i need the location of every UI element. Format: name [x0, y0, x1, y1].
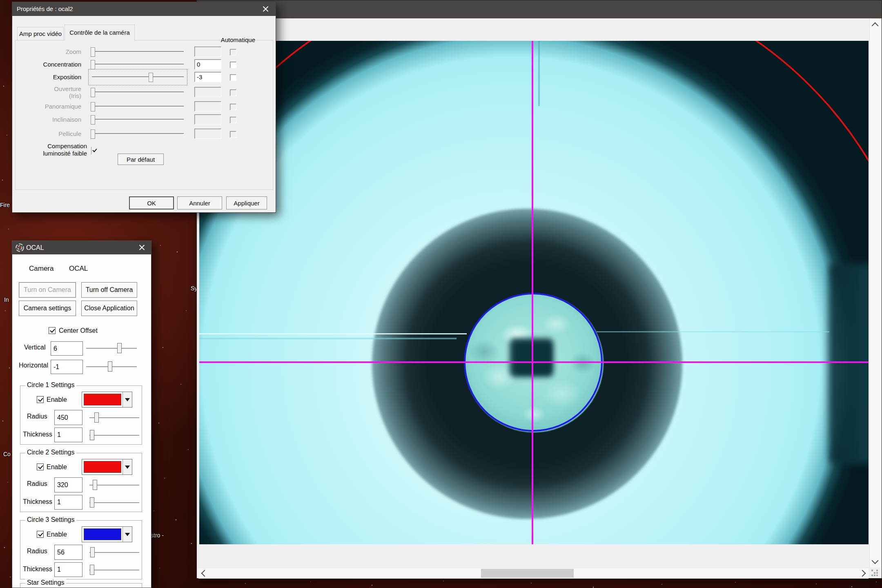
- desktop-icon-label-stro[interactable]: stro -: [151, 532, 164, 539]
- center-offset-checkbox[interactable]: [49, 327, 56, 334]
- panoramique-value-field[interactable]: [194, 101, 221, 111]
- dropdown-arrow-icon[interactable]: [122, 527, 132, 542]
- pellicule-value-field[interactable]: [194, 129, 221, 139]
- exposition-value-field[interactable]: [194, 72, 221, 82]
- turn-on-camera-button[interactable]: Turn on Camera: [19, 282, 76, 298]
- pellicule-slider[interactable]: [90, 128, 185, 140]
- vertical-slider-thumb[interactable]: [117, 343, 122, 353]
- circle-3-thickness-field[interactable]: [54, 562, 82, 577]
- ouverture-slider[interactable]: [90, 86, 185, 98]
- circle-2-radius-slider[interactable]: [89, 480, 139, 490]
- circle-2-enable-checkbox[interactable]: [37, 463, 44, 470]
- close-application-button[interactable]: Close Application: [81, 301, 137, 316]
- close-icon: [139, 245, 145, 251]
- zoom-slider[interactable]: [90, 46, 185, 58]
- circle-2-radius-field[interactable]: [54, 477, 82, 492]
- circle-3-radius-slider[interactable]: [89, 547, 139, 558]
- circle-1-color-dropdown[interactable]: [82, 392, 132, 408]
- circle-1-thickness-slider[interactable]: [89, 430, 139, 441]
- ok-button[interactable]: OK: [129, 196, 174, 209]
- automatic-column-header: Automatique: [176, 36, 255, 43]
- default-button[interactable]: Par défaut: [118, 154, 164, 165]
- circle-3-enable-checkbox[interactable]: [37, 531, 44, 538]
- circle-3-thickness-slider-thumb[interactable]: [90, 565, 94, 575]
- circle-1-radius-slider[interactable]: [89, 412, 139, 423]
- ocal-menu-camera[interactable]: Camera: [29, 265, 53, 273]
- zoom-slider-thumb[interactable]: [91, 47, 95, 57]
- panoramique-auto-checkbox[interactable]: [230, 104, 236, 110]
- horizontal-slider-thumb[interactable]: [108, 361, 112, 372]
- tab-amp-proc-video[interactable]: Amp proc vidéo: [17, 27, 64, 40]
- window-resize-grip[interactable]: [871, 570, 873, 571]
- concentration-slider[interactable]: [90, 58, 185, 71]
- vertical-offset-slider[interactable]: [86, 343, 137, 354]
- circle-2-color-dropdown[interactable]: [82, 459, 132, 475]
- circle-2-thickness-slider-thumb[interactable]: [90, 497, 94, 508]
- circle-3-radius-field[interactable]: [54, 545, 82, 560]
- zoom-value-field[interactable]: [194, 47, 221, 57]
- turn-off-camera-button[interactable]: Turn off Camera: [81, 282, 137, 298]
- vertical-offset-field[interactable]: [51, 341, 83, 356]
- ocal-titlebar[interactable]: OCAL: [12, 241, 151, 254]
- pellicule-auto-checkbox[interactable]: [230, 131, 236, 138]
- inclinaison-auto-checkbox[interactable]: [230, 117, 236, 123]
- inclinaison-value-field[interactable]: [194, 114, 221, 125]
- panoramique-slider-thumb[interactable]: [91, 102, 95, 111]
- circle-2-radius-slider-thumb[interactable]: [93, 480, 97, 490]
- triangle-down-icon: [125, 466, 130, 469]
- ouverture-slider-thumb[interactable]: [91, 88, 95, 97]
- circle-1-radius-slider-thumb[interactable]: [94, 412, 99, 423]
- dropdown-arrow-icon[interactable]: [122, 392, 132, 407]
- pellicule-slider-thumb[interactable]: [91, 129, 95, 139]
- desktop-icon-label-fire[interactable]: Fire: [0, 202, 10, 208]
- exposition-slider-thumb[interactable]: [149, 73, 153, 82]
- circle-1-thickness-slider-thumb[interactable]: [90, 430, 94, 440]
- circle-3-color-dropdown[interactable]: [82, 526, 132, 542]
- tab-controle-camera[interactable]: Contrôle de la caméra: [65, 24, 135, 40]
- horizontal-offset-field[interactable]: [51, 360, 83, 374]
- zoom-auto-checkbox[interactable]: [230, 49, 236, 56]
- horizontal-offset-slider[interactable]: [86, 361, 137, 372]
- properties-dialog-titlebar[interactable]: Propriétés de : ocal2: [12, 2, 276, 16]
- horizontal-label: Horizontal: [19, 362, 48, 369]
- inclinaison-slider-thumb[interactable]: [91, 115, 95, 125]
- circle-3-enable-label: Enable: [47, 531, 67, 538]
- concentration-value-field[interactable]: [194, 59, 221, 69]
- circle-3-radius-slider-thumb[interactable]: [90, 547, 95, 557]
- camera-settings-button[interactable]: Camera settings: [19, 301, 76, 316]
- circle-1-radius-field[interactable]: [54, 410, 82, 425]
- horizontal-scrollbar[interactable]: [198, 568, 869, 579]
- exposition-auto-checkbox[interactable]: [230, 74, 236, 81]
- circle-1-thickness-field[interactable]: [54, 428, 82, 442]
- concentration-auto-checkbox[interactable]: [230, 62, 236, 68]
- circle-3-thickness-slider[interactable]: [89, 565, 139, 575]
- horizontal-scrollbar-thumb[interactable]: [481, 569, 574, 578]
- scroll-up-button[interactable]: [870, 20, 880, 31]
- ouverture-value-field[interactable]: [194, 87, 221, 97]
- vertical-scrollbar[interactable]: [869, 19, 880, 568]
- circle-2-enable-label: Enable: [47, 463, 67, 471]
- low-light-compensation-checkbox[interactable]: [91, 147, 92, 155]
- ouverture-auto-checkbox[interactable]: [230, 89, 236, 96]
- exposition-slider[interactable]: [90, 71, 185, 83]
- slider-track: [92, 76, 184, 78]
- scroll-right-button[interactable]: [857, 568, 868, 579]
- panoramique-slider[interactable]: [90, 100, 185, 113]
- inclinaison-slider[interactable]: [90, 114, 185, 126]
- scroll-down-button[interactable]: [870, 555, 880, 566]
- circle-2-thickness-field[interactable]: [54, 495, 82, 510]
- circle-1-enable-checkbox[interactable]: [37, 396, 44, 403]
- dropdown-arrow-icon[interactable]: [122, 459, 132, 474]
- apply-button[interactable]: Appliquer: [226, 196, 267, 209]
- desktop-icon-label-in[interactable]: In: [4, 296, 9, 303]
- desktop-icon-label-co[interactable]: Co: [3, 451, 11, 457]
- desktop: Fire In Co Sy stro -: [0, 0, 882, 588]
- circle-2-thickness-slider[interactable]: [89, 497, 139, 508]
- camera-preview-titlebar[interactable]: [197, 0, 882, 18]
- ocal-menu-ocal[interactable]: OCAL: [69, 265, 88, 273]
- ocal-close-button[interactable]: [132, 241, 151, 254]
- properties-close-button[interactable]: [255, 2, 276, 16]
- concentration-slider-thumb[interactable]: [91, 60, 95, 69]
- scroll-left-button[interactable]: [199, 568, 210, 579]
- cancel-button[interactable]: Annuler: [177, 196, 222, 209]
